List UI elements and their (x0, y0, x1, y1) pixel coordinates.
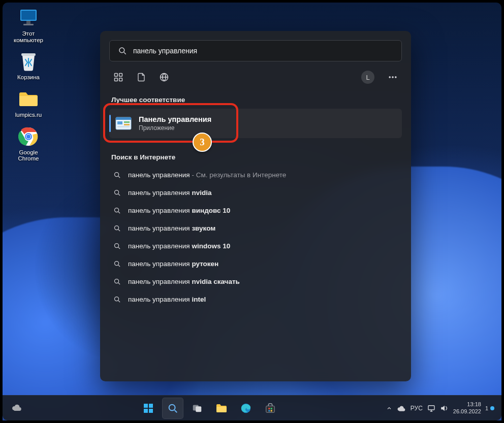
filter-apps-icon[interactable] (113, 72, 123, 82)
search-suggestion-text: панель управления intel (128, 296, 206, 303)
svg-line-28 (118, 194, 120, 196)
search-taskbar-button[interactable] (162, 398, 183, 419)
filter-web-icon[interactable] (159, 72, 169, 82)
svg-point-31 (115, 226, 119, 230)
search-icon (113, 278, 121, 285)
search-filters: L (109, 61, 402, 87)
best-match-subtitle: Приложение (139, 124, 211, 132)
edge-browser-button[interactable] (235, 398, 257, 419)
search-icon (113, 242, 121, 250)
search-suggestion[interactable]: панель управления nvidia (109, 184, 402, 202)
best-match-title: Панель управления (139, 115, 211, 123)
svg-point-37 (115, 279, 119, 283)
search-suggestion-text: панель управления nvidia (128, 189, 211, 197)
microsoft-store-button[interactable] (260, 398, 281, 419)
file-explorer-button[interactable] (211, 398, 232, 419)
user-avatar[interactable]: L (361, 71, 374, 84)
search-suggestion[interactable]: панель управления windows 10 (109, 237, 402, 255)
search-suggestion-text: панель управления рутокен (128, 260, 218, 268)
search-input[interactable] (133, 47, 393, 55)
search-suggestion-text: панель управления nvidia скачать (128, 278, 240, 285)
web-search-heading: Поиск в Интернете (111, 153, 400, 161)
svg-rect-51 (266, 406, 275, 412)
desktop-icon-label: lumpics.ru (15, 112, 42, 118)
svg-line-30 (118, 212, 120, 213)
monitor-icon (17, 7, 40, 29)
search-box[interactable] (109, 40, 402, 61)
svg-rect-12 (119, 74, 122, 77)
network-tray-icon[interactable] (427, 404, 436, 412)
volume-tray-icon[interactable] (440, 404, 449, 412)
desktop-icon-label: Этот компьютер (14, 30, 43, 43)
svg-rect-41 (144, 404, 148, 408)
svg-point-27 (115, 190, 119, 194)
svg-rect-48 (196, 406, 202, 412)
svg-rect-2 (26, 21, 30, 24)
svg-point-35 (115, 262, 119, 266)
desktop-icon-label: Корзина (17, 74, 40, 81)
filter-documents-icon[interactable] (137, 72, 146, 82)
svg-line-40 (118, 301, 120, 302)
search-suggestion[interactable]: панель управления - См. результаты в Инт… (109, 166, 402, 184)
notification-dot-icon (490, 406, 494, 410)
svg-rect-42 (149, 404, 153, 408)
svg-point-16 (389, 77, 391, 78)
task-view-button[interactable] (186, 398, 208, 419)
clock-date: 26.09.2022 (453, 408, 481, 415)
taskbar-clock[interactable]: 13:18 26.09.2022 (453, 401, 481, 414)
language-indicator[interactable]: РУС (411, 405, 423, 412)
search-suggestion[interactable]: панель управления рутокен (109, 255, 402, 273)
desktop-icons: Этот компьютер Корзина lumpics.ru Google… (9, 7, 48, 162)
desktop-icon-chrome[interactable]: Google Chrome (9, 125, 48, 162)
svg-line-34 (118, 247, 120, 249)
search-icon (113, 189, 121, 197)
search-suggestion[interactable]: панель управления звуком (109, 219, 402, 237)
recycle-bin-icon (17, 50, 40, 73)
svg-rect-13 (115, 78, 118, 81)
svg-rect-11 (115, 74, 118, 77)
notifications-button[interactable]: 1 (485, 405, 494, 411)
search-suggestion[interactable]: панель управления виндовс 10 (109, 202, 402, 219)
svg-rect-55 (271, 410, 272, 411)
search-icon (113, 207, 121, 214)
tray-overflow-button[interactable] (386, 405, 392, 411)
clock-time: 13:18 (453, 401, 481, 408)
svg-rect-43 (144, 409, 148, 413)
desktop-icon-recycle-bin[interactable]: Корзина (9, 50, 48, 81)
search-suggestion[interactable]: панель управления intel (109, 290, 402, 308)
chrome-icon (17, 125, 40, 148)
best-match-control-panel[interactable]: Панель управления Приложение (109, 109, 402, 138)
folder-icon (17, 88, 40, 110)
onedrive-tray-icon[interactable] (396, 405, 406, 412)
svg-line-10 (124, 52, 126, 54)
svg-rect-14 (119, 78, 122, 81)
svg-rect-3 (23, 24, 34, 25)
svg-rect-53 (271, 408, 272, 409)
search-icon (113, 260, 121, 268)
desktop: Этот компьютер Корзина lumpics.ru Google… (3, 3, 501, 420)
search-suggestion-text: панель управления виндовс 10 (128, 207, 230, 214)
svg-point-8 (26, 135, 30, 139)
desktop-icon-folder[interactable]: lumpics.ru (9, 88, 48, 118)
search-suggestion-text: панель управления windows 10 (128, 242, 230, 250)
taskbar-center (33, 398, 386, 419)
search-icon (113, 171, 121, 179)
desktop-icon-this-pc[interactable]: Этот компьютер (9, 7, 48, 43)
svg-rect-54 (269, 410, 270, 411)
svg-line-32 (118, 230, 120, 231)
svg-rect-23 (124, 124, 130, 125)
start-button[interactable] (138, 398, 159, 419)
search-suggestion[interactable]: панель управления nvidia скачать (109, 273, 402, 290)
svg-rect-49 (216, 407, 227, 412)
svg-rect-1 (21, 11, 36, 20)
more-options-button[interactable] (388, 72, 398, 82)
start-search-panel: L Лучшее соответствие Панель управления … (100, 31, 411, 381)
svg-point-29 (115, 208, 119, 212)
svg-point-45 (169, 404, 175, 410)
svg-point-18 (395, 77, 396, 78)
weather-widget-icon[interactable] (11, 402, 23, 414)
svg-rect-24 (117, 126, 130, 127)
svg-line-46 (175, 410, 177, 412)
svg-rect-56 (428, 405, 434, 409)
svg-rect-44 (149, 409, 153, 413)
